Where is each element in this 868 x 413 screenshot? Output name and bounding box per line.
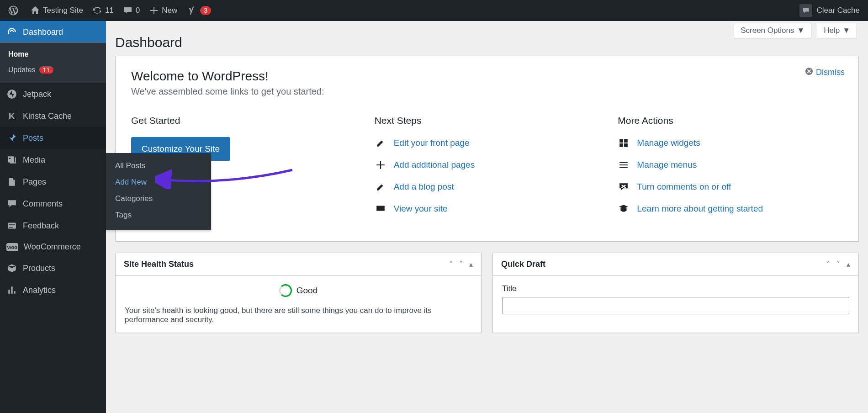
postbox-title: Quick Draft — [501, 259, 826, 269]
sidebar-item-comments[interactable]: Comments — [0, 193, 106, 215]
add-blog-post-link[interactable]: Add a blog post — [375, 181, 600, 193]
sidebar-label: WooCommerce — [24, 242, 81, 252]
updates-badge: 11 — [39, 66, 54, 74]
dismiss-button[interactable]: Dismiss — [805, 67, 845, 78]
sidebar-label: Feedback — [23, 221, 59, 231]
flyout-categories[interactable]: Categories — [106, 191, 211, 207]
toggle-icon[interactable]: ▴ — [469, 260, 473, 269]
admin-bar: Testing Site 11 0 New 3 Clear Cache — [0, 0, 868, 21]
quick-draft-title-input[interactable] — [502, 297, 849, 314]
pin-icon — [6, 132, 17, 143]
move-up-icon[interactable]: ˄ — [449, 260, 453, 269]
menus-icon — [618, 159, 630, 171]
updates-menu[interactable]: 11 — [88, 0, 118, 21]
quick-draft-title-label: Title — [502, 284, 849, 293]
col-heading: More Actions — [618, 115, 843, 126]
move-down-icon[interactable]: ˅ — [836, 260, 840, 269]
screen-meta-links: Screen Options ▼ Help ▼ — [734, 23, 857, 38]
quick-draft-box: Quick Draft ˄ ˅ ▴ Title — [492, 253, 859, 333]
chevron-down-icon: ▼ — [842, 26, 850, 35]
sidebar-item-jetpack[interactable]: Jetpack — [0, 83, 106, 105]
comments-icon — [123, 5, 133, 16]
postbox-header[interactable]: Quick Draft ˄ ˅ ▴ — [493, 253, 858, 276]
plus-icon — [149, 5, 159, 16]
col-heading: Get Started — [131, 115, 356, 126]
view-site-link[interactable]: View your site — [375, 203, 600, 215]
site-health-box: Site Health Status ˄ ˅ ▴ Good Your site'… — [115, 253, 482, 333]
postbox-title: Site Health Status — [124, 259, 449, 269]
screen-options-button[interactable]: Screen Options ▼ — [734, 23, 811, 38]
site-name-menu[interactable]: Testing Site — [26, 0, 88, 21]
view-icon — [375, 203, 386, 215]
feedback-icon — [6, 220, 17, 231]
media-icon — [6, 154, 17, 165]
yoast-menu[interactable]: 3 — [182, 0, 216, 21]
help-button[interactable]: Help ▼ — [817, 23, 857, 38]
sidebar-item-pages[interactable]: Pages — [0, 171, 106, 193]
site-health-body: Your site's health is looking good, but … — [125, 306, 472, 324]
content-area: Screen Options ▼ Help ▼ Dashboard Dismis… — [106, 21, 868, 344]
comment-off-icon — [618, 181, 630, 193]
sidebar-item-analytics[interactable]: Analytics — [0, 279, 106, 301]
welcome-panel: Dismiss Welcome to WordPress! We've asse… — [115, 56, 859, 242]
plus-icon — [375, 159, 386, 171]
postbox-header[interactable]: Site Health Status ˄ ˅ ▴ — [116, 253, 481, 276]
sidebar-item-posts[interactable]: Posts — [0, 127, 106, 149]
toggle-icon[interactable]: ▴ — [847, 260, 850, 269]
learn-icon — [618, 203, 630, 215]
comments-menu[interactable]: 0 — [118, 0, 144, 21]
dashboard-icon — [6, 26, 17, 37]
sidebar-label: Analytics — [23, 286, 56, 295]
manage-widgets-link[interactable]: Manage widgets — [618, 137, 843, 149]
comments-count: 0 — [136, 6, 140, 15]
edit-front-page-link[interactable]: Edit your front page — [375, 137, 600, 149]
sidebar-label: Media — [23, 155, 45, 165]
sidebar-item-media[interactable]: Media — [0, 149, 106, 171]
comment-icon — [6, 198, 17, 209]
close-icon — [805, 67, 813, 78]
pages-icon — [6, 176, 17, 187]
edit-icon — [375, 137, 386, 149]
admin-sidebar: Dashboard Home Updates11 Jetpack K Kinst… — [0, 21, 106, 413]
sidebar-label: Jetpack — [23, 90, 51, 99]
comments-toggle-link[interactable]: Turn comments on or off — [618, 181, 843, 193]
manage-menus-link[interactable]: Manage menus — [618, 159, 843, 171]
move-down-icon[interactable]: ˅ — [459, 260, 463, 269]
move-up-icon[interactable]: ˄ — [826, 260, 830, 269]
dashboard-submenu: Home Updates11 — [0, 43, 106, 83]
widgets-icon — [618, 137, 630, 149]
welcome-title: Welcome to WordPress! — [131, 69, 843, 84]
woo-icon: woo — [6, 243, 18, 251]
progress-circle-icon — [279, 284, 292, 297]
sidebar-subitem-home[interactable]: Home — [0, 47, 106, 62]
add-pages-link[interactable]: Add additional pages — [375, 159, 600, 171]
svg-point-1 — [9, 158, 11, 159]
flyout-all-posts[interactable]: All Posts — [106, 158, 211, 174]
sidebar-label: Products — [23, 264, 55, 273]
new-label: New — [162, 6, 177, 15]
sidebar-item-feedback[interactable]: Feedback — [0, 215, 106, 237]
new-content-menu[interactable]: New — [144, 0, 182, 21]
sidebar-item-dashboard[interactable]: Dashboard — [0, 21, 106, 43]
home-icon — [30, 5, 40, 16]
clear-cache[interactable]: Clear Cache — [795, 0, 865, 21]
flyout-add-new[interactable]: Add New — [106, 174, 211, 191]
welcome-col-next-steps: Next Steps Edit your front page Add addi… — [375, 115, 600, 225]
cache-icon — [799, 4, 812, 17]
wordpress-icon — [8, 5, 18, 16]
analytics-icon — [6, 285, 17, 296]
clear-cache-label: Clear Cache — [817, 6, 860, 15]
wp-logo-menu[interactable] — [4, 0, 26, 21]
sidebar-label: Pages — [23, 177, 46, 187]
sidebar-label: Dashboard — [23, 27, 63, 37]
sidebar-subitem-updates[interactable]: Updates11 — [0, 62, 106, 78]
welcome-subtitle: We've assembled some links to get you st… — [131, 86, 843, 97]
site-name: Testing Site — [43, 6, 83, 15]
sidebar-item-kinsta[interactable]: K Kinsta Cache — [0, 105, 106, 127]
learn-more-link[interactable]: Learn more about getting started — [618, 203, 843, 215]
sidebar-item-woocommerce[interactable]: woo WooCommerce — [0, 237, 106, 257]
flyout-tags[interactable]: Tags — [106, 207, 211, 223]
sidebar-item-products[interactable]: Products — [0, 257, 106, 279]
products-icon — [6, 263, 17, 274]
posts-flyout: All Posts Add New Categories Tags — [106, 153, 211, 230]
